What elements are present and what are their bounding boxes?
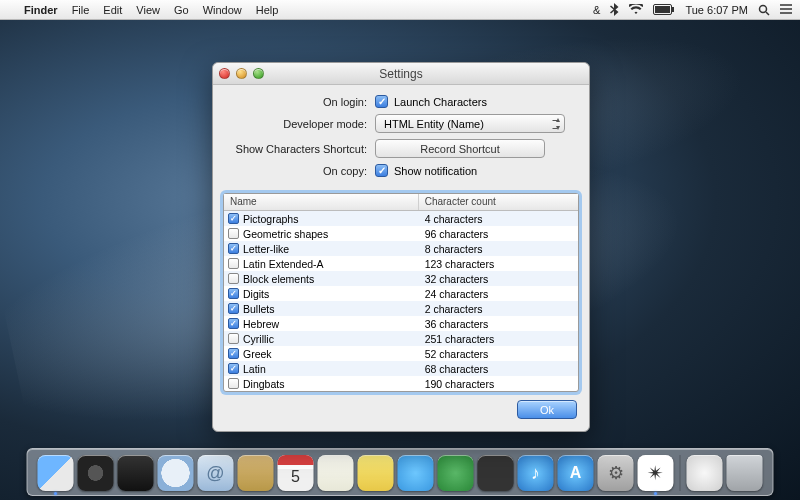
row-checkbox[interactable] [228,303,239,314]
svg-rect-1 [655,6,670,13]
dock-reminders-icon[interactable] [318,455,354,491]
user-icon[interactable]: & [593,4,600,16]
row-count: 251 characters [419,333,578,345]
row-count: 96 characters [419,228,578,240]
row-count: 4 characters [419,213,578,225]
row-name: Pictographs [243,213,298,225]
row-name: Bullets [243,303,275,315]
row-name: Latin Extended-A [243,258,324,270]
battery-icon[interactable] [653,4,675,15]
checkbox-launch-characters-label: Launch Characters [394,96,487,108]
dock-contacts-icon[interactable] [238,455,274,491]
row-name: Greek [243,348,272,360]
row-name: Geometric shapes [243,228,328,240]
dock-itunes-icon[interactable] [518,455,554,491]
row-count: 68 characters [419,363,578,375]
table-row[interactable]: Block elements32 characters [224,271,578,286]
settings-window: Settings On login: Launch Characters Dev… [212,62,590,432]
row-name: Dingbats [243,378,284,390]
svg-rect-2 [672,7,674,12]
record-shortcut-button[interactable]: Record Shortcut [375,139,545,158]
dock-separator [680,455,681,491]
label-shortcut: Show Characters Shortcut: [227,143,375,155]
row-name: Letter-like [243,243,289,255]
dock-photo-booth-icon[interactable] [478,455,514,491]
table-row[interactable]: Hebrew36 characters [224,316,578,331]
checkbox-show-notification[interactable] [375,164,388,177]
dock-system-preferences-icon[interactable] [598,455,634,491]
row-count: 36 characters [419,318,578,330]
table-row[interactable]: Bullets2 characters [224,301,578,316]
svg-line-4 [766,12,769,15]
row-name: Digits [243,288,269,300]
titlebar[interactable]: Settings [213,63,589,85]
dock-messages-icon[interactable] [398,455,434,491]
column-header-name[interactable]: Name [224,194,419,210]
row-checkbox[interactable] [228,243,239,254]
dock-safari-icon[interactable] [158,455,194,491]
dock-launchpad-icon[interactable] [78,455,114,491]
row-count: 123 characters [419,258,578,270]
clock[interactable]: Tue 6:07 PM [685,4,748,16]
dock-finder-icon[interactable] [38,455,74,491]
table-row[interactable]: Cyrillic251 characters [224,331,578,346]
table-row[interactable]: Greek52 characters [224,346,578,361]
row-checkbox[interactable] [228,378,239,389]
table-row[interactable]: Letter-like8 characters [224,241,578,256]
row-checkbox[interactable] [228,228,239,239]
ok-button[interactable]: Ok [517,400,577,419]
dock-mail-icon[interactable] [198,455,234,491]
dock-notes-icon[interactable] [358,455,394,491]
checkbox-launch-characters[interactable] [375,95,388,108]
dock-downloads-icon[interactable] [687,455,723,491]
row-checkbox[interactable] [228,333,239,344]
record-shortcut-label: Record Shortcut [420,143,499,155]
dock-app-store-icon[interactable] [558,455,594,491]
row-count: 24 characters [419,288,578,300]
row-checkbox[interactable] [228,348,239,359]
label-on-login: On login: [227,96,375,108]
notification-center-icon[interactable] [780,4,792,15]
column-header-count[interactable]: Character count [419,194,578,210]
menubar: Finder File Edit View Go Window Help & T… [0,0,800,20]
row-checkbox[interactable] [228,363,239,374]
app-menu[interactable]: Finder [24,4,58,16]
select-developer-mode-value: HTML Entity (Name) [384,118,484,130]
row-checkbox[interactable] [228,288,239,299]
label-developer-mode: Developer mode: [227,118,375,130]
menu-view[interactable]: View [136,4,160,16]
dock [27,448,774,496]
row-count: 190 characters [419,378,578,390]
ok-button-label: Ok [540,404,554,416]
row-count: 8 characters [419,243,578,255]
table-row[interactable]: Geometric shapes96 characters [224,226,578,241]
row-checkbox[interactable] [228,258,239,269]
menu-file[interactable]: File [72,4,90,16]
row-checkbox[interactable] [228,213,239,224]
spotlight-icon[interactable] [758,4,770,16]
dock-facetime-icon[interactable] [438,455,474,491]
select-developer-mode[interactable]: HTML Entity (Name) ▴▾ [375,114,565,133]
row-checkbox[interactable] [228,273,239,284]
bluetooth-icon[interactable] [610,3,619,16]
dock-mission-control-icon[interactable] [118,455,154,491]
menu-help[interactable]: Help [256,4,279,16]
row-name: Hebrew [243,318,279,330]
dock-characters-icon[interactable] [638,455,674,491]
table-row[interactable]: Dingbats190 characters [224,376,578,391]
dock-trash-icon[interactable] [727,455,763,491]
menu-edit[interactable]: Edit [103,4,122,16]
dock-calendar-icon[interactable] [278,455,314,491]
menu-window[interactable]: Window [203,4,242,16]
row-count: 52 characters [419,348,578,360]
label-on-copy: On copy: [227,165,375,177]
svg-point-3 [760,5,767,12]
row-checkbox[interactable] [228,318,239,329]
menu-go[interactable]: Go [174,4,189,16]
table-row[interactable]: Digits24 characters [224,286,578,301]
wifi-icon[interactable] [629,4,643,15]
table-row[interactable]: Latin Extended-A123 characters [224,256,578,271]
table-row[interactable]: Pictographs4 characters [224,211,578,226]
table-row[interactable]: Latin68 characters [224,361,578,376]
checkbox-show-notification-label: Show notification [394,165,477,177]
